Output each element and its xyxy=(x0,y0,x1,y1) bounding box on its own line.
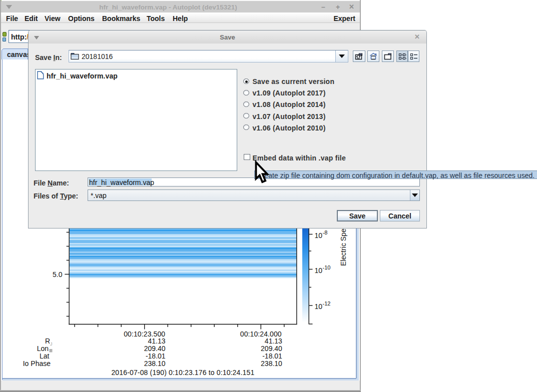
svg-text:00:10:23.500: 00:10:23.500 xyxy=(124,330,165,338)
svg-text:-8: -8 xyxy=(323,230,328,236)
svg-text:238.10: 238.10 xyxy=(261,360,282,368)
svg-text:209.40: 209.40 xyxy=(261,344,282,352)
svg-text:2016-07-08 (190) 0:10:23.176 t: 2016-07-08 (190) 0:10:23.176 to 0:10:24.… xyxy=(111,368,254,376)
svg-text:41.13: 41.13 xyxy=(265,337,282,345)
svg-text:41.13: 41.13 xyxy=(148,337,166,345)
svg-text:238.10: 238.10 xyxy=(144,360,166,368)
svg-text:5.0: 5.0 xyxy=(53,270,63,278)
svg-text:-18.01: -18.01 xyxy=(262,352,282,360)
svg-text:209.40: 209.40 xyxy=(144,344,166,352)
svg-text:R: R xyxy=(45,337,50,345)
svg-text:10: 10 xyxy=(315,302,323,310)
svg-text:-12: -12 xyxy=(323,300,331,306)
svg-text:10: 10 xyxy=(315,232,323,240)
svg-text:J: J xyxy=(50,342,53,346)
svg-text:Lat: Lat xyxy=(40,352,50,360)
svg-text:-18.01: -18.01 xyxy=(146,352,166,360)
svg-text:-10: -10 xyxy=(323,264,331,270)
svg-text:10: 10 xyxy=(315,266,323,274)
svg-text:Io Phase: Io Phase xyxy=(23,360,51,368)
svg-text:Lon: Lon xyxy=(37,344,49,352)
svg-text:00:10:24.000: 00:10:24.000 xyxy=(240,330,282,338)
